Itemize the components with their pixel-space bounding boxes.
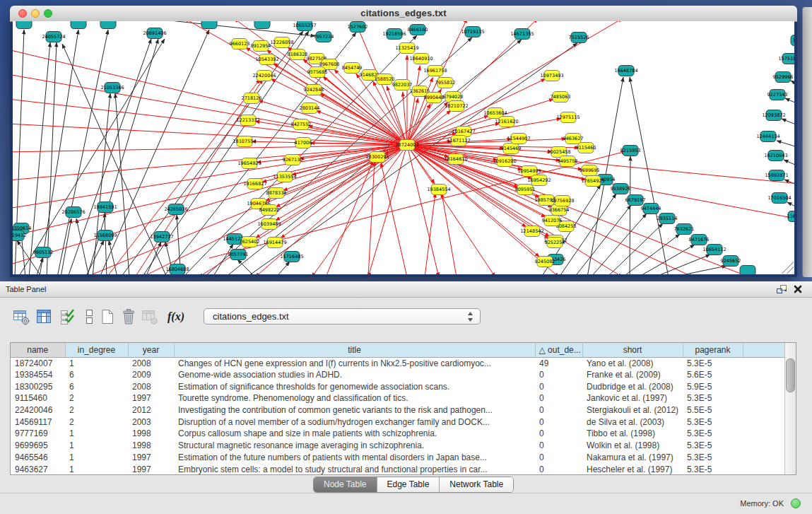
network-node[interactable]: 16039489 [257, 219, 281, 230]
network-node[interactable]: 7955812 [435, 78, 456, 88]
scrollbar-thumb[interactable] [786, 358, 795, 392]
create-table-icon[interactable] [98, 307, 117, 327]
network-node[interactable]: 19384554 [427, 185, 450, 195]
network-node[interactable]: 16804688 [165, 264, 189, 275]
table-settings-icon[interactable] [11, 307, 31, 327]
close-panel-icon[interactable] [793, 284, 803, 294]
network-node[interactable] [740, 266, 755, 275]
float-panel-icon[interactable] [776, 284, 787, 294]
network-node[interactable]: 9857791 [228, 250, 249, 260]
network-node[interactable]: 9905132 [33, 247, 54, 258]
table-row[interactable]: 977716911998Corpus callosum shape and si… [11, 428, 785, 440]
network-node[interactable] [254, 21, 270, 29]
network-node[interactable]: 9145469 [501, 144, 522, 154]
network-node[interactable]: 2718126 [242, 93, 262, 104]
network-node[interactable]: 116753 [787, 211, 794, 222]
network-graph[interactable]: 1872400724055724206914061065525715276028… [13, 21, 794, 274]
network-node[interactable]: 8912954 [251, 41, 271, 52]
tab-node-table[interactable]: Node Table [314, 477, 377, 492]
network-node[interactable]: 9575685 [307, 67, 328, 78]
column-header-name[interactable]: name [11, 343, 65, 357]
network-node[interactable]: 8454749 [342, 63, 363, 74]
network-node[interactable]: 17016504 [767, 193, 791, 204]
show-columns-icon[interactable] [34, 307, 54, 327]
network-node[interactable]: 8466160 [408, 25, 428, 35]
delete-table-icon[interactable] [119, 307, 139, 327]
network-node[interactable] [16, 21, 32, 29]
network-node[interactable]: 12444134 [756, 132, 779, 142]
table-scrollbar[interactable] [784, 343, 796, 474]
network-node[interactable]: 9699695 [579, 165, 600, 176]
network-node[interactable]: 8186328 [288, 49, 308, 60]
network-node[interactable]: 16210643 [764, 151, 787, 161]
table-row[interactable]: 1872400712008Changes of HCN gene express… [11, 357, 785, 369]
table-row[interactable]: 946362711997Embryonic stem cells: a mode… [11, 463, 785, 475]
network-node[interactable]: 10655257 [293, 21, 316, 31]
table-row[interactable]: 911546021997Tourette syndrome. Phenomeno… [11, 392, 785, 404]
network-node[interactable]: 12975115 [556, 112, 579, 123]
network-node[interactable]: 9474444 [641, 204, 661, 214]
row-height-icon[interactable] [79, 307, 99, 327]
table-row[interactable]: 969969511998Structural magnetic resonanc… [11, 440, 785, 452]
network-node[interactable]: 18640910 [409, 54, 433, 64]
network-node[interactable] [100, 21, 116, 29]
network-node[interactable]: 16648784 [614, 66, 637, 76]
network-node[interactable]: 24055724 [42, 32, 65, 42]
network-node[interactable]: 19941591 [93, 202, 117, 213]
network-node[interactable]: 24265036 [164, 204, 187, 215]
network-node[interactable]: 7625402 [240, 237, 260, 247]
table-row[interactable]: 1830029562008Estimation of significance … [11, 380, 785, 392]
network-node[interactable]: 6679197 [625, 195, 646, 206]
tab-edge-table[interactable]: Edge Table [377, 477, 440, 492]
column-header-short[interactable]: short [582, 343, 683, 357]
function-builder-icon[interactable]: f(x) [164, 307, 188, 327]
network-node[interactable]: 8471676 [689, 235, 710, 245]
network-node[interactable]: 15716485 [280, 252, 303, 262]
network-node[interactable]: 20691406 [143, 28, 166, 39]
tab-network-table[interactable]: Network Table [440, 477, 513, 492]
network-node[interactable]: 8498222 [259, 205, 280, 216]
network-node[interactable]: 8878334 [266, 188, 287, 199]
network-node[interactable]: 9495758 [558, 156, 578, 167]
network-canvas[interactable]: 1872400724055724206914061065525715276028… [13, 21, 794, 274]
network-node[interactable]: 9242848 [304, 85, 324, 95]
network-node[interactable]: 8427552 [291, 119, 312, 130]
network-node[interactable]: 7632621 [674, 224, 695, 235]
network-node[interactable]: 19166827 [243, 179, 266, 189]
network-node[interactable]: 2935114 [657, 214, 678, 224]
table-row[interactable]: 946554611997Estimation of the future num… [11, 452, 785, 464]
column-header-pagerank[interactable]: pagerank [683, 343, 743, 357]
network-node[interactable]: 14671355 [510, 29, 534, 40]
network-node[interactable]: 7485063 [551, 92, 571, 103]
network-node[interactable]: 19218596 [382, 29, 406, 40]
network-node[interactable]: 7957224 [314, 32, 334, 42]
network-node[interactable]: 9538926 [611, 184, 631, 194]
network-node[interactable]: 9252254 [545, 238, 565, 248]
column-header-in-degree[interactable]: in_degree [65, 343, 128, 357]
network-node[interactable]: 15751074 [778, 54, 794, 64]
network-node[interactable] [201, 21, 217, 29]
network-node[interactable]: 20206576 [61, 207, 85, 218]
network-node[interactable]: 11325419 [395, 43, 418, 54]
table-row[interactable]: 2242004622012Investigating the contribut… [11, 404, 785, 416]
table-selector-dropdown[interactable]: citations_edges.txt [204, 308, 481, 325]
network-node[interactable]: 9660123 [230, 39, 250, 49]
network-node[interactable]: 10719135 [461, 27, 484, 37]
network-node[interactable]: 8990448 [424, 93, 445, 103]
network-node[interactable]: 2803144 [300, 103, 320, 114]
select-all-rows-icon[interactable] [58, 307, 78, 327]
network-node[interactable]: 7515526 [569, 33, 589, 43]
network-node[interactable]: 9529966 [773, 72, 794, 83]
network-node[interactable]: 9267130 [283, 155, 303, 165]
network-node[interactable]: 10654112 [702, 245, 726, 255]
network-node[interactable]: 9227343 [767, 90, 788, 100]
network-node[interactable]: 8215953 [620, 146, 641, 156]
column-header-title[interactable]: title [174, 343, 535, 357]
column-header-out-de-[interactable]: △ out_de... [535, 343, 582, 357]
network-node[interactable]: 12148542 [520, 226, 543, 237]
network-node[interactable]: 9245082 [535, 257, 555, 267]
network-node[interactable] [71, 21, 86, 29]
network-node[interactable]: 1527602 [348, 22, 368, 33]
network-window-titlebar[interactable]: citations_edges.txt [10, 6, 797, 22]
network-node[interactable]: 9245652 [721, 256, 741, 267]
